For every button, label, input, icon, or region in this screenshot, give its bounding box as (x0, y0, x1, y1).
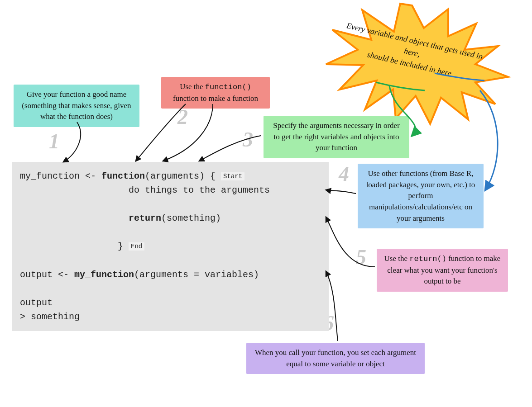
arrow-2a (136, 104, 186, 161)
code-block-call: output <- my_function(arguments = variab… (12, 260, 329, 331)
step-number-5: 5 (356, 245, 366, 269)
arrow-3 (199, 136, 261, 161)
code-block-definition: my_function <- function(arguments) { Sta… (12, 162, 329, 260)
code1-line2: do things to the arguments (20, 185, 270, 195)
arrow-1 (63, 122, 81, 162)
annotation-5-return: Use the return() function to make clear … (377, 249, 508, 292)
step-number-3: 3 (243, 128, 253, 151)
code1-line4: } (20, 241, 123, 251)
annotation-2-post: function to make a function (173, 94, 258, 103)
annotation-6-text: When you call your function, you set eac… (255, 348, 416, 368)
step-number-4: 4 (339, 162, 349, 186)
badge-start: Start (221, 172, 244, 180)
arrow-4 (326, 190, 356, 194)
burst-callout: Every variable and object that gets used… (312, 0, 512, 128)
code1-line3a (20, 213, 129, 223)
code2-seg2: my_function (74, 270, 134, 280)
code2-line3: output (20, 298, 53, 308)
code2-seg1: output <- (20, 270, 74, 280)
annotation-3-text: Specify the arguments necessary in order… (273, 121, 400, 152)
annotation-1-name: Give your function a good name (somethin… (14, 85, 139, 127)
code1-line3b: return (129, 213, 161, 223)
annotation-4-text: Use other functions (from Base R, loaded… (366, 169, 475, 222)
code1-seg1: my_function <- (20, 171, 101, 181)
annotation-2-code: function() (205, 83, 251, 91)
step-number-1: 1 (49, 129, 59, 153)
badge-end: End (129, 242, 144, 251)
annotation-3-arguments: Specify the arguments necessary in order… (264, 116, 409, 158)
code2-line4: > something (20, 312, 80, 322)
annotation-2-function: Use the function() function to make a fu… (161, 77, 270, 109)
code1-line3c: (something) (161, 213, 221, 223)
annotation-6-call: When you call your function, you set eac… (246, 343, 425, 374)
code1-seg3: (arguments) { (145, 171, 216, 181)
annotation-5-pre: Use the (384, 254, 410, 263)
annotation-1-text: Give your function a good name (somethin… (22, 90, 131, 121)
annotation-5-code: return() (409, 255, 446, 263)
code2-seg3: (arguments = variables) (134, 270, 259, 280)
annotation-4-body: Use other functions (from Base R, loaded… (358, 164, 484, 228)
arrow-2b (163, 104, 213, 161)
annotation-2-pre: Use the (180, 82, 205, 91)
code1-seg2: function (101, 171, 145, 181)
